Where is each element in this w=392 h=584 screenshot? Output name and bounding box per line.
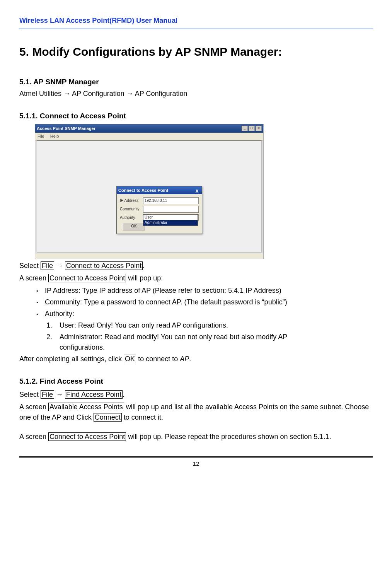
menu-help[interactable]: Help — [50, 134, 59, 138]
option-user[interactable]: User — [143, 215, 198, 220]
window-titlebar: Access Point SNMP Manager _ □ × — [35, 124, 263, 133]
screen-connect-ap: Connect to Access Point — [48, 432, 126, 441]
window-title: Access Point SNMP Manager — [37, 125, 95, 132]
available-aps-line: A screen Available Access Points will po… — [19, 402, 373, 423]
maximize-icon[interactable]: □ — [249, 126, 255, 131]
dialog-titlebar: Connect to Access Point X — [117, 186, 202, 194]
option-administrator[interactable]: Administrator — [143, 220, 198, 225]
authority-dropdown-list: User Administrator — [143, 214, 198, 226]
dialog-body: IP Address 192.168.0.11 Community Author… — [117, 194, 202, 234]
menubar: File Help — [35, 133, 263, 141]
chapter-heading: 5. Modify Configurations by AP SNMP Mana… — [19, 43, 373, 61]
input-ip[interactable]: 192.168.0.11 — [143, 197, 199, 204]
ok-button[interactable]: OK — [123, 223, 145, 231]
item-user: 1.User: Read Only! You can only read AP … — [46, 320, 373, 331]
page-footer: 12 — [19, 456, 373, 468]
status-bar — [35, 253, 263, 259]
menu-item-connect: Connect to Access Point — [65, 261, 143, 270]
close-icon[interactable]: × — [256, 126, 262, 131]
chapter-title: Modify Configurations by AP SNMP Manager… — [32, 45, 282, 58]
section-5-1-path: Atmel Utilities → AP Configuration → AP … — [19, 89, 373, 99]
select-file-connect: Select File → Connect to Access Point. — [19, 261, 373, 272]
item-admin: 2.Administrator: Read and modify! You ca… — [46, 332, 373, 353]
dialog-close-icon[interactable]: X — [196, 188, 200, 193]
section-5-1-heading: 5.1. AP SNMP Manager — [19, 76, 373, 87]
ok-label: OK — [124, 355, 136, 363]
bullet-community: Community: Type a password to connect AP… — [36, 297, 373, 308]
section-5-1-1-heading: 5.1.1. Connect to Access Point — [19, 110, 373, 121]
menu-item-find: Find Access Point — [65, 390, 123, 399]
menu-file-label: File — [41, 261, 54, 270]
minimize-icon[interactable]: _ — [242, 126, 248, 131]
after-settings: After completing all settings, click OK … — [19, 354, 373, 365]
label-community: Community — [120, 206, 143, 212]
dialog-title: Connect to Access Point — [118, 187, 168, 194]
screen-name: Connect to Access Point — [48, 274, 126, 282]
select-file-find: Select File → Find Access Point. — [19, 389, 373, 400]
label-ip: IP Address — [120, 198, 143, 204]
document-header: Wireless LAN Access Point(RFMD) User Man… — [19, 15, 373, 29]
input-community[interactable] — [143, 206, 199, 213]
dialog-connect: Connect to Access Point X IP Address 192… — [116, 186, 202, 234]
page-number: 12 — [193, 460, 199, 467]
window-controls: _ □ × — [242, 126, 262, 131]
doc-title: Wireless LAN Access Point(RFMD) User Man… — [19, 17, 177, 24]
bullet-ip: IP Address: Type IP address of AP (Pleas… — [36, 285, 373, 296]
numbered-list: 1.User: Read Only! You can only read AP … — [19, 320, 373, 353]
ap-italic: AP — [180, 355, 189, 363]
section-5-1-2-heading: 5.1.2. Find Access Point — [19, 376, 373, 387]
repeat-procedure-line: A screen Connect to Access Point will po… — [19, 432, 373, 442]
screen-available-aps: Available Access Points — [48, 403, 124, 411]
chapter-number: 5. — [19, 45, 29, 58]
connect-label: Connect — [94, 413, 122, 422]
bullet-authority: Authority: — [36, 309, 373, 319]
bullet-list: IP Address: Type IP address of AP (Pleas… — [19, 285, 373, 319]
label-authority: Authority — [120, 215, 143, 221]
menu-file[interactable]: File — [37, 134, 44, 138]
menu-file-label-2: File — [41, 390, 54, 399]
popup-line: A screen Connect to Access Point will po… — [19, 273, 373, 284]
screenshot-connect-to-ap: Access Point SNMP Manager _ □ × File Hel… — [35, 124, 264, 259]
